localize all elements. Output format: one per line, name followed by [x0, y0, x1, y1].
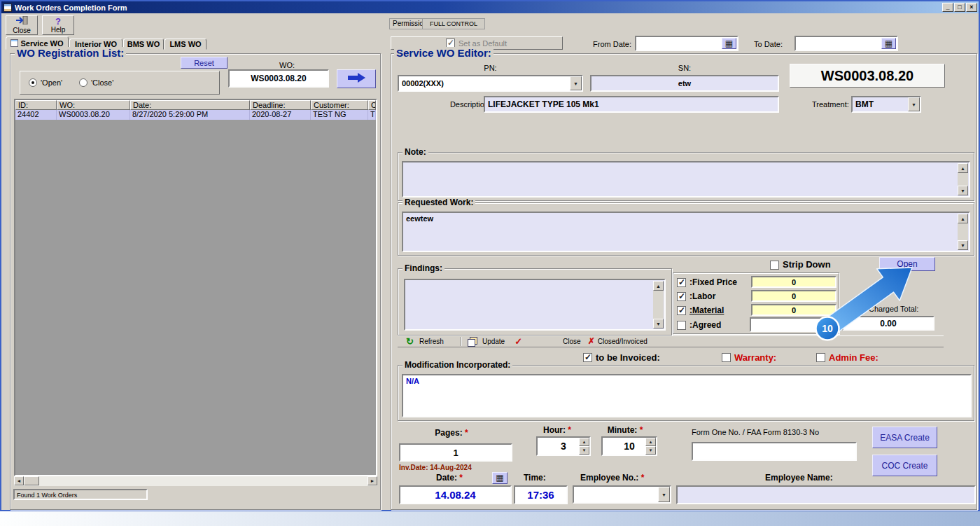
- modification-group: Modification Incorporated: N/A: [398, 365, 974, 421]
- exit-icon: [15, 16, 28, 26]
- agreed-label: :Agreed: [690, 320, 721, 330]
- col-id[interactable]: ID:: [15, 100, 57, 110]
- pages-field[interactable]: 1: [399, 443, 512, 462]
- grid-hscrollbar[interactable]: ◄ ►: [14, 476, 377, 486]
- hour-up-icon[interactable]: ▲: [579, 438, 589, 446]
- note-group: Note: ▲ ▼: [398, 152, 974, 201]
- easa-create-button[interactable]: EASA Create: [872, 427, 937, 448]
- service-wo-editor-title: Service WO Editor:: [394, 47, 493, 59]
- findings-group: Findings: ▲ ▼: [398, 268, 672, 335]
- open-radio[interactable]: [29, 78, 37, 87]
- hour-down-icon[interactable]: ▼: [579, 446, 589, 455]
- tab-bms-wo[interactable]: BMS WO: [123, 39, 164, 50]
- scroll-up-icon[interactable]: ▲: [653, 281, 664, 291]
- closed-invoiced-button[interactable]: Closed/Invoiced: [598, 338, 648, 345]
- wo-search-field[interactable]: WS0003.08.20: [228, 69, 329, 88]
- requested-work-scrollbar[interactable]: ▲ ▼: [958, 214, 968, 250]
- cell-id: 24402: [15, 110, 57, 120]
- note-textarea[interactable]: ▲ ▼: [402, 161, 970, 198]
- cross-icon: ✗: [588, 337, 595, 346]
- tab-lms-wo[interactable]: LMS WO: [164, 39, 206, 50]
- close-window-button[interactable]: ×: [966, 3, 977, 12]
- titlebar: Work Orders Completion Form _ □ ×: [1, 1, 979, 13]
- coc-create-button[interactable]: COC Create: [872, 455, 937, 476]
- pn-dropdown-icon[interactable]: ▼: [570, 76, 582, 90]
- refresh-button[interactable]: Refresh: [419, 338, 444, 345]
- findings-scrollbar[interactable]: ▲ ▼: [653, 281, 664, 328]
- help-icon: ?: [55, 18, 61, 25]
- scroll-down-icon[interactable]: ▼: [653, 319, 664, 328]
- requested-work-group: Requested Work: eewtew ▲ ▼: [398, 202, 974, 256]
- scroll-right-icon[interactable]: ►: [368, 476, 377, 485]
- scroll-left-icon[interactable]: ◄: [14, 476, 24, 485]
- description-field[interactable]: LIFEJACKET TYPE 105 Mk1: [484, 96, 779, 113]
- open-close-filter: 'Open' 'Close': [20, 71, 220, 95]
- treatment-combo[interactable]: BMT ▼: [851, 96, 921, 113]
- required-asterisk: *: [568, 425, 571, 435]
- note-scrollbar[interactable]: ▲ ▼: [958, 163, 968, 195]
- minute-up-icon[interactable]: ▲: [645, 438, 656, 446]
- go-button[interactable]: [337, 69, 376, 88]
- employee-no-label: Employee No.: *: [580, 473, 644, 483]
- reset-button[interactable]: Reset: [181, 57, 227, 69]
- wo-grid[interactable]: ID: WO: Date: Deadline: Customer: Cu 244…: [14, 99, 377, 476]
- treatment-value: BMT: [855, 99, 874, 109]
- date-field[interactable]: 14.08.24: [399, 485, 512, 504]
- pn-value: 00002(XXX): [402, 79, 444, 88]
- fixed-price-checkbox[interactable]: [677, 278, 686, 287]
- date-calendar-button[interactable]: ▦: [492, 472, 507, 484]
- update-button[interactable]: Update: [482, 338, 505, 345]
- requested-work-textarea[interactable]: eewtew ▲ ▼: [402, 212, 970, 252]
- labor-checkbox[interactable]: [677, 292, 686, 301]
- to-date-field[interactable]: ▦: [794, 36, 898, 51]
- col-customer[interactable]: Customer:: [311, 100, 368, 110]
- warranty-checkbox[interactable]: [722, 353, 731, 362]
- minute-value: 10: [624, 441, 635, 452]
- pn-label: PN:: [398, 64, 583, 72]
- help-button[interactable]: ? Help: [42, 15, 74, 35]
- scroll-up-icon[interactable]: ▲: [958, 214, 968, 223]
- minimize-button[interactable]: _: [942, 3, 953, 12]
- close-button[interactable]: Close: [6, 15, 38, 35]
- modification-value: N/A: [406, 377, 419, 385]
- admin-fee-checkbox[interactable]: [816, 353, 825, 362]
- annotation-arrow: 10: [804, 261, 937, 348]
- col-date[interactable]: Date:: [130, 100, 250, 110]
- material-checkbox[interactable]: [677, 306, 686, 315]
- maximize-button[interactable]: □: [954, 3, 965, 12]
- scroll-down-icon[interactable]: ▼: [958, 186, 968, 195]
- modification-label: Modification Incorporated:: [402, 360, 512, 370]
- service-wo-tab-icon: [10, 39, 18, 47]
- sn-field[interactable]: etw: [590, 75, 779, 92]
- close-record-button[interactable]: Close: [563, 338, 581, 345]
- col-wo[interactable]: WO:: [57, 100, 130, 110]
- agreed-checkbox[interactable]: [677, 321, 686, 330]
- treatment-dropdown-icon[interactable]: ▼: [908, 97, 920, 111]
- to-be-invoiced-checkbox[interactable]: [583, 353, 592, 362]
- findings-textarea[interactable]: ▲ ▼: [404, 279, 666, 331]
- col-cu[interactable]: Cu: [368, 100, 376, 110]
- close-radio[interactable]: [79, 78, 88, 87]
- hour-spinner[interactable]: 3 ▲▼: [536, 436, 591, 456]
- strip-down-checkbox[interactable]: [770, 261, 779, 270]
- employee-no-combo[interactable]: ▼: [573, 485, 671, 504]
- table-row[interactable]: 24402 WS0003.08.20 8/27/2020 5:29:00 PM …: [15, 110, 376, 120]
- from-date-field[interactable]: ▦: [635, 36, 738, 51]
- minute-down-icon[interactable]: ▼: [645, 446, 656, 455]
- form-one-field[interactable]: [692, 442, 857, 461]
- scroll-down-icon[interactable]: ▼: [958, 240, 968, 250]
- minute-spinner[interactable]: 10 ▲▼: [601, 436, 657, 456]
- time-field[interactable]: 17:36: [514, 485, 568, 504]
- employee-name-field[interactable]: [676, 485, 976, 504]
- to-date-calendar-button[interactable]: ▦: [881, 38, 896, 49]
- from-date-label: From Date:: [593, 40, 631, 48]
- modification-textarea[interactable]: N/A: [402, 374, 972, 417]
- employee-no-dropdown-icon[interactable]: ▼: [658, 487, 670, 502]
- time-label: Time:: [524, 473, 546, 483]
- col-deadline[interactable]: Deadline:: [250, 100, 311, 110]
- from-date-calendar-button[interactable]: ▦: [722, 38, 736, 49]
- scroll-up-icon[interactable]: ▲: [958, 163, 968, 173]
- scroll-thumb[interactable]: [24, 476, 39, 485]
- pn-combo[interactable]: 00002(XXX) ▼: [398, 75, 583, 92]
- app-window: Work Orders Completion Form _ □ × Close …: [0, 0, 980, 511]
